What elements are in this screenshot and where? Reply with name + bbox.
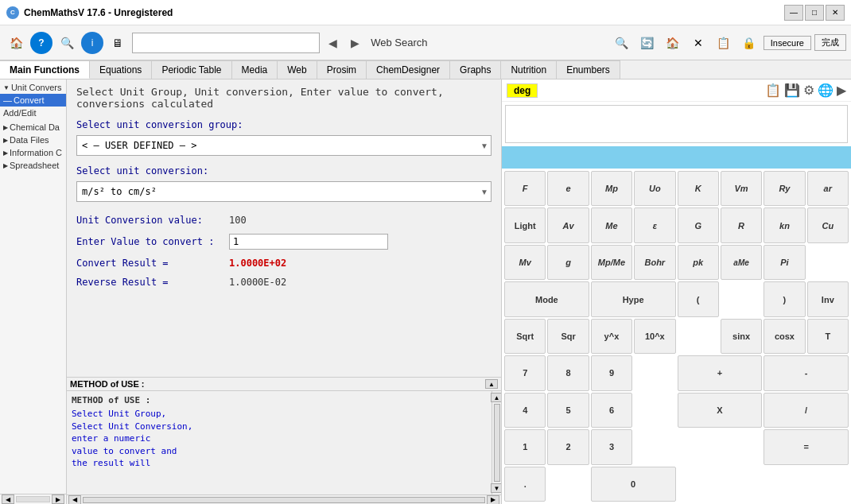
calc-btn-minus[interactable]: - — [764, 355, 849, 390]
done-button[interactable]: 完成 — [814, 34, 846, 51]
globe-calc-icon[interactable]: 🌐 — [818, 83, 834, 98]
scroll-right-btn[interactable]: ▶ — [52, 494, 64, 504]
sidebar-item-convert[interactable]: — Convert — [0, 94, 66, 107]
calc-btn-MpMe[interactable]: Mp/Me — [591, 245, 632, 280]
sidebar-item-addedit[interactable]: Add/Edit — [0, 107, 66, 119]
calc-btn-8[interactable]: 8 — [547, 355, 589, 390]
monitor-icon[interactable]: 🖥 — [107, 32, 129, 54]
calc-btn-Me[interactable]: Me — [591, 207, 632, 242]
scroll-down-btn[interactable]: ▼ — [491, 483, 502, 493]
magnify-icon[interactable]: 🔍 — [611, 32, 633, 54]
calc-btn-yx[interactable]: y^x — [591, 319, 632, 354]
calc-btn-Mv[interactable]: Mv — [504, 245, 546, 280]
lock-icon[interactable]: 🔒 — [738, 32, 760, 54]
close-x-icon[interactable]: ✕ — [687, 32, 709, 54]
tab-nutrition[interactable]: Nutrition — [501, 60, 557, 79]
calc-btn-aMe[interactable]: aMe — [721, 245, 762, 280]
close-button[interactable]: ✕ — [826, 5, 845, 21]
nav-back-button[interactable]: ◀ — [323, 33, 342, 52]
calc-btn-Mp[interactable]: Mp — [591, 171, 632, 206]
calc-btn-open-paren[interactable]: ( — [678, 281, 719, 316]
home-icon[interactable]: 🏠 — [5, 32, 27, 54]
group-dropdown[interactable]: < — USER DEFINED — > — [76, 135, 492, 156]
expand-calc-icon[interactable]: ▶ — [837, 83, 846, 98]
enter-value-input[interactable] — [229, 234, 388, 250]
address-bar[interactable] — [132, 33, 320, 53]
calc-btn-3[interactable]: 3 — [591, 429, 632, 464]
calc-btn-K[interactable]: K — [678, 171, 719, 206]
calc-btn-multiply[interactable]: X — [678, 393, 763, 428]
calc-btn-Pi[interactable]: Pi — [764, 245, 805, 280]
calc-btn-0[interactable]: 0 — [591, 467, 676, 502]
sidebar-data-files-header[interactable]: ▶ Data Files — [0, 134, 66, 146]
sidebar-unit-convers-header[interactable]: ▼ Unit Convers — [0, 81, 66, 94]
calc-btn-equals[interactable]: = — [764, 429, 849, 464]
collapse-btn[interactable]: ▲ — [485, 379, 498, 389]
calc-btn-9[interactable]: 9 — [591, 355, 632, 390]
conversion-dropdown[interactable]: m/s² to cm/s² — [76, 181, 492, 202]
calc-btn-Bohr[interactable]: Bohr — [634, 245, 675, 280]
maximize-button[interactable]: □ — [805, 5, 824, 21]
insecure-button[interactable]: Insecure — [764, 36, 811, 50]
calc-btn-divide[interactable]: / — [764, 393, 849, 428]
calc-btn-Hype[interactable]: Hype — [591, 281, 676, 316]
tab-prosim[interactable]: Prosim — [317, 60, 367, 79]
tab-equations[interactable]: Equations — [90, 60, 152, 79]
calc-btn-T[interactable]: T — [807, 319, 849, 354]
calc-btn-Mode[interactable]: Mode — [504, 281, 589, 316]
calc-btn-Light[interactable]: Light — [504, 207, 546, 242]
calc-btn-Cu[interactable]: Cu — [807, 207, 849, 242]
calc-btn-Ry[interactable]: Ry — [764, 171, 805, 206]
calc-btn-g[interactable]: g — [547, 245, 589, 280]
calc-btn-2[interactable]: 2 — [547, 429, 589, 464]
calc-btn-kn[interactable]: kn — [764, 207, 805, 242]
calc-btn-10x[interactable]: 10^x — [634, 319, 675, 354]
house-icon[interactable]: 🏠 — [662, 32, 684, 54]
tab-periodic-table[interactable]: Periodic Table — [152, 60, 231, 79]
calc-btn-Av[interactable]: Av — [547, 207, 589, 242]
hscroll-right-btn[interactable]: ▶ — [487, 495, 499, 505]
minimize-button[interactable]: — — [784, 5, 803, 21]
calc-btn-7[interactable]: 7 — [504, 355, 546, 390]
calc-btn-close-paren[interactable]: ) — [764, 281, 805, 316]
calc-btn-pk[interactable]: pk — [678, 245, 719, 280]
sidebar-spreadsheet-header[interactable]: ▶ Spreadsheet — [0, 159, 66, 172]
search-icon[interactable]: 🔍 — [56, 32, 78, 54]
sidebar-chemical-da-header[interactable]: ▶ Chemical Da — [0, 121, 66, 134]
calc-btn-4[interactable]: 4 — [504, 393, 546, 428]
refresh-icon[interactable]: 🔄 — [636, 32, 659, 54]
tab-enumbers[interactable]: Enumbers — [557, 60, 620, 79]
calc-btn-Uo[interactable]: Uo — [634, 171, 675, 206]
scroll-left-btn[interactable]: ◀ — [2, 494, 14, 504]
tab-main-functions[interactable]: Main Functions — [0, 60, 90, 79]
tab-web[interactable]: Web — [278, 60, 317, 79]
calc-btn-Sqrt[interactable]: Sqrt — [504, 319, 546, 354]
tab-chemdesigner[interactable]: ChemDesigner — [367, 60, 450, 79]
calc-btn-Inv[interactable]: Inv — [807, 281, 849, 316]
calc-btn-sinx[interactable]: sinx — [721, 319, 762, 354]
calc-btn-5[interactable]: 5 — [547, 393, 589, 428]
scroll-up-btn[interactable]: ▲ — [491, 393, 502, 402]
hscroll-left-btn[interactable]: ◀ — [68, 495, 81, 505]
calc-btn-cosx[interactable]: cosx — [764, 319, 805, 354]
calc-btn-ar[interactable]: ar — [807, 171, 849, 206]
calc-btn-R[interactable]: R — [721, 207, 762, 242]
save-calc-icon[interactable]: 💾 — [784, 83, 800, 98]
settings-calc-icon[interactable]: ⚙ — [803, 83, 814, 98]
calc-btn-Vm[interactable]: Vm — [721, 171, 762, 206]
calc-btn-dot[interactable]: . — [504, 467, 546, 502]
calc-btn-plus[interactable]: + — [678, 355, 763, 390]
sidebar-information-c-header[interactable]: ▶ Information C — [0, 146, 66, 159]
calc-btn-1[interactable]: 1 — [504, 429, 546, 464]
copy-calc-icon[interactable]: 📋 — [765, 83, 781, 98]
calc-btn-epsilon[interactable]: ε — [634, 207, 675, 242]
copy-icon[interactable]: 📋 — [713, 32, 735, 54]
calc-btn-G[interactable]: G — [678, 207, 719, 242]
calc-btn-F[interactable]: F — [504, 171, 546, 206]
info-icon[interactable]: i — [81, 32, 103, 54]
calc-btn-6[interactable]: 6 — [591, 393, 632, 428]
tab-media[interactable]: Media — [232, 60, 278, 79]
help-icon[interactable]: ? — [30, 32, 52, 54]
calc-btn-e[interactable]: e — [547, 171, 589, 206]
calc-btn-Sqr[interactable]: Sqr — [547, 319, 589, 354]
